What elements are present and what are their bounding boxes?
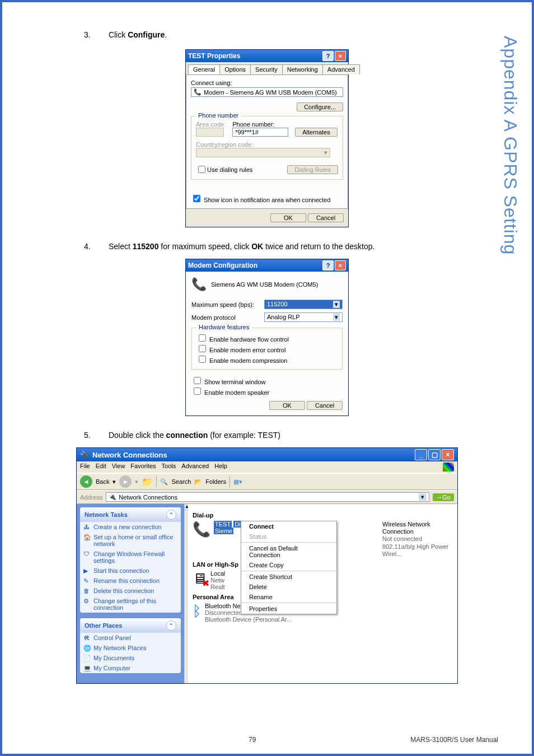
close-icon[interactable]: ×: [335, 260, 346, 270]
menu-file[interactable]: File: [80, 463, 90, 472]
tab-strip: General Options Security Networking Adva…: [186, 62, 348, 75]
folders-icon[interactable]: 📂: [194, 478, 202, 486]
new-conn-icon: 🖧: [83, 524, 91, 531]
connection-lan[interactable]: Local Netw Realt: [210, 570, 225, 590]
hw-flow-checkbox[interactable]: [199, 334, 206, 342]
tab-general[interactable]: General: [188, 64, 220, 74]
alternates-button[interactable]: Alternates: [295, 128, 338, 137]
sidebar-item-firewall[interactable]: 🛡Change Windows Firewall settings: [80, 549, 181, 566]
menu-tools[interactable]: Tools: [162, 463, 176, 472]
sidebar-item-documents[interactable]: 📄My Documents: [80, 653, 181, 663]
menu-view[interactable]: View: [112, 463, 125, 472]
tab-networking[interactable]: Networking: [282, 64, 323, 74]
menu-edit[interactable]: Edit: [96, 463, 106, 472]
menu-favorites[interactable]: Favorites: [130, 463, 156, 472]
ok-button[interactable]: OK: [269, 401, 305, 410]
wireless-name: Wireless Network Connection: [382, 521, 453, 535]
side-panel: Network Tasks⌃ 🖧Create a new connection …: [77, 504, 184, 683]
close-icon[interactable]: ×: [335, 51, 346, 61]
collapse-icon[interactable]: ⌃: [166, 620, 176, 631]
use-dialing-checkbox[interactable]: [198, 166, 205, 173]
sidebar-item-controlpanel[interactable]: 🛠Control Panel: [80, 633, 181, 643]
search-icon[interactable]: 🔍: [160, 478, 168, 486]
max-speed-select[interactable]: 115200▾: [264, 300, 343, 309]
chevron-down-icon[interactable]: ▾: [333, 314, 340, 321]
ctx-cancel-default[interactable]: Cancel as Default Connection: [241, 543, 336, 560]
maximize-icon[interactable]: ▢: [428, 449, 441, 460]
tab-advanced[interactable]: Advanced: [322, 64, 360, 74]
sidebar-item-delete[interactable]: 🗑Delete this connection: [80, 586, 181, 596]
window-titlebar[interactable]: 🔌 Network Connections _ ▢ ×: [77, 448, 457, 461]
ok-button[interactable]: OK: [270, 213, 306, 222]
sidebar-item-setup[interactable]: 🏠Set up a home or small office network: [80, 532, 181, 549]
ctx-delete[interactable]: Delete: [241, 582, 336, 592]
bt-dev: Bluetooth Device (Personal Ar...: [205, 616, 292, 623]
ctx-create-copy[interactable]: Create Copy: [241, 560, 336, 570]
page-number: 79: [249, 736, 256, 744]
cancel-button[interactable]: Cancel: [308, 213, 344, 222]
sidebar-item-start[interactable]: ▶Start this connection: [80, 566, 181, 576]
manual-title: MARS-3100R/S User Manual: [410, 736, 498, 744]
folders-label[interactable]: Folders: [205, 478, 226, 485]
address-value: Network Connections: [119, 494, 177, 501]
connection-wireless[interactable]: Wireless Network Connection Not connecte…: [382, 521, 453, 558]
step4-text: Select 115200 for maximum speed, click O…: [109, 242, 374, 251]
delete-icon: 🗑: [83, 587, 91, 595]
address-input[interactable]: 🔌 Network Connections ▾: [106, 492, 429, 502]
sidebar-item-computer[interactable]: 💻My Computer: [80, 663, 181, 673]
ctx-properties[interactable]: Properties: [241, 604, 336, 614]
chevron-down-icon[interactable]: ▾: [419, 493, 427, 501]
documents-icon: 📄: [83, 655, 91, 662]
network-tasks-header[interactable]: Network Tasks⌃: [80, 507, 181, 522]
sidebar-item-rename[interactable]: ✎Rename this connection: [80, 576, 181, 586]
lan-name: Local: [210, 570, 225, 577]
cancel-button[interactable]: Cancel: [307, 401, 343, 410]
other-places-header[interactable]: Other Places⌃: [80, 618, 181, 633]
ctx-rename[interactable]: Rename: [241, 592, 336, 602]
protocol-select[interactable]: Analog RLP▾: [264, 312, 343, 322]
area-code-label: Area code:: [196, 121, 226, 128]
compress-checkbox[interactable]: [199, 356, 206, 363]
go-button[interactable]: → Go: [433, 493, 454, 501]
configure-button[interactable]: Configure...: [297, 102, 343, 111]
netconn-icon: 🔌: [80, 451, 89, 459]
speaker-checkbox[interactable]: [194, 388, 201, 395]
ctx-connect[interactable]: Connect: [241, 521, 336, 531]
fwd-chevron-icon: ▾: [135, 478, 138, 486]
help-icon[interactable]: ?: [322, 260, 334, 270]
ctx-create-shortcut[interactable]: Create Shortcut: [241, 572, 336, 582]
speaker-label: Enable modem speaker: [204, 389, 269, 396]
help-icon[interactable]: ?: [322, 51, 334, 61]
search-label[interactable]: Search: [171, 478, 191, 485]
network-connections-window: 🔌 Network Connections _ ▢ × File Edit Vi…: [76, 447, 458, 684]
back-chevron-icon[interactable]: ▾: [113, 478, 116, 486]
minimize-icon[interactable]: _: [415, 449, 427, 460]
scrollbar[interactable]: ▲: [184, 504, 188, 683]
err-ctl-checkbox[interactable]: [199, 345, 206, 352]
sidebar-item-settings[interactable]: ⚙Change settings of this connection: [80, 596, 181, 613]
sidebar-item-create[interactable]: 🖧Create a new connection: [80, 522, 181, 532]
show-icon-checkbox[interactable]: [193, 195, 200, 202]
back-button[interactable]: ◄: [80, 475, 92, 488]
dialog-titlebar[interactable]: TEST Properties ? ×: [186, 50, 348, 62]
sidebar-item-netplaces[interactable]: 🌐My Network Places: [80, 643, 181, 653]
modem-field[interactable]: 📞 Modem - Siemens AG WM USB Modem (COM5): [191, 87, 343, 97]
tab-options[interactable]: Options: [219, 64, 251, 74]
views-icon[interactable]: ▦▾: [233, 478, 242, 486]
dialog-titlebar[interactable]: Modem Configuration ? ×: [186, 259, 348, 272]
chevron-down-icon[interactable]: ▾: [333, 301, 340, 308]
modem-name: Siemens AG WM USB Modem (COM5): [211, 281, 318, 288]
step-3: 3. Click Configure.: [84, 2, 442, 39]
terminal-checkbox[interactable]: [194, 377, 201, 384]
page-footer: 79 MARS-3100R/S User Manual: [2, 736, 532, 744]
firewall-icon: 🛡: [83, 550, 91, 558]
tab-security[interactable]: Security: [250, 64, 283, 74]
up-folder-icon[interactable]: 📁: [142, 477, 153, 487]
phone-number-field[interactable]: *99***1#: [232, 128, 288, 137]
collapse-icon[interactable]: ⌃: [166, 510, 176, 520]
ctx-status: Status: [241, 531, 336, 542]
close-icon[interactable]: ×: [442, 449, 454, 460]
country-label: Country/region code:: [196, 141, 338, 148]
menu-advanced[interactable]: Advanced: [181, 463, 209, 472]
menu-help[interactable]: Help: [214, 463, 227, 472]
